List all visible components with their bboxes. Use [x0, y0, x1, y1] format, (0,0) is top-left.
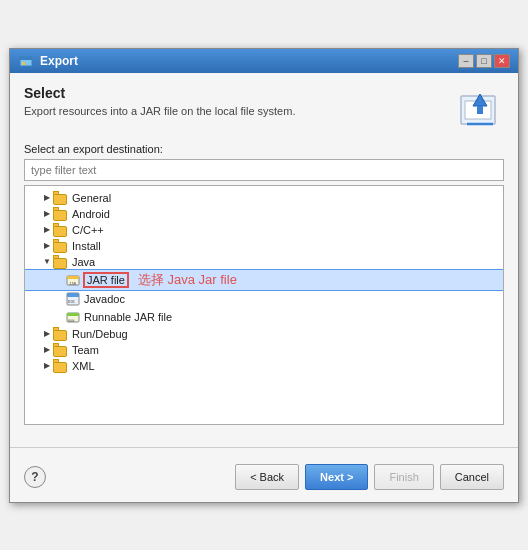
folder-icon-team [53, 343, 69, 357]
tree-label-team: Team [72, 344, 99, 356]
tree-item-general[interactable]: ▶ General [25, 190, 503, 206]
tree-label-android: Android [72, 208, 110, 220]
svg-rect-6 [477, 106, 483, 114]
cancel-button[interactable]: Cancel [440, 464, 504, 490]
filter-input[interactable] [24, 159, 504, 181]
tree-arrow-xml: ▶ [41, 360, 53, 372]
folder-icon-cpp [53, 223, 69, 237]
next-button[interactable]: Next > [305, 464, 368, 490]
svg-rect-9 [67, 276, 79, 279]
tree-arrow-team: ▶ [41, 344, 53, 356]
help-button[interactable]: ? [24, 466, 46, 488]
jar-file-icon: JAR [65, 272, 81, 288]
tree-arrow-cpp: ▶ [41, 224, 53, 236]
folder-icon-install [53, 239, 69, 253]
tree-item-java[interactable]: ▼ Java [25, 254, 503, 270]
tree-container[interactable]: ▶ General ▶ Android ▶ [24, 185, 504, 425]
tree-label-xml: XML [72, 360, 95, 372]
runnable-jar-icon: RUN [65, 309, 81, 325]
tree-arrow-java: ▼ [41, 256, 53, 268]
svg-rect-2 [22, 62, 25, 65]
annotation-text: 选择 Java Jar file [138, 271, 237, 289]
tree-label-jar-file: JAR file [84, 273, 128, 287]
tree-item-run-debug[interactable]: ▶ Run/Debug [25, 326, 503, 342]
tree-arrow-jar [57, 274, 65, 286]
tree-label-java: Java [72, 256, 95, 268]
finish-button[interactable]: Finish [374, 464, 433, 490]
svg-text:DOC: DOC [68, 299, 76, 304]
tree-label-javadoc: Javadoc [84, 293, 125, 305]
folder-icon-general [53, 191, 69, 205]
tree-arrow-android: ▶ [41, 208, 53, 220]
window-controls: – □ ✕ [458, 54, 510, 68]
folder-icon-java [53, 255, 69, 269]
folder-icon-xml [53, 359, 69, 373]
back-button[interactable]: < Back [235, 464, 299, 490]
main-content: Select Export resources into a JAR file … [10, 73, 518, 437]
tree-label-cpp: C/C++ [72, 224, 104, 236]
export-icon [456, 85, 504, 133]
svg-rect-1 [20, 57, 32, 60]
maximize-button[interactable]: □ [476, 54, 492, 68]
tree-label-run-debug: Run/Debug [72, 328, 128, 340]
tree-item-javadoc[interactable]: DOC Javadoc [25, 290, 503, 308]
tree-label-install: Install [72, 240, 101, 252]
tree-item-team[interactable]: ▶ Team [25, 342, 503, 358]
tree-label-runnable-jar: Runnable JAR file [84, 311, 172, 323]
window-title: Export [40, 54, 458, 68]
tree-arrow-install: ▶ [41, 240, 53, 252]
tree-arrow-javadoc [57, 293, 65, 305]
header-text: Select Export resources into a JAR file … [24, 85, 446, 117]
export-dialog: Export – □ ✕ Select Export resources int… [9, 48, 519, 503]
header-section: Select Export resources into a JAR file … [24, 85, 504, 133]
tree-item-xml[interactable]: ▶ XML [25, 358, 503, 374]
section-label: Select an export destination: [24, 143, 504, 155]
window-icon [18, 53, 34, 69]
tree-arrow-runnable [57, 311, 65, 323]
tree-item-android[interactable]: ▶ Android [25, 206, 503, 222]
javadoc-icon: DOC [65, 291, 81, 307]
export-svg-icon [459, 88, 501, 130]
tree-label-general: General [72, 192, 111, 204]
svg-rect-12 [67, 293, 79, 297]
footer-divider [10, 447, 518, 448]
tree-item-install[interactable]: ▶ Install [25, 238, 503, 254]
dialog-title: Select [24, 85, 446, 101]
folder-icon-android [53, 207, 69, 221]
svg-text:JAR: JAR [69, 281, 77, 286]
footer: ? < Back Next > Finish Cancel [10, 456, 518, 502]
folder-icon-run-debug [53, 327, 69, 341]
tree-arrow-general: ▶ [41, 192, 53, 204]
dialog-description: Export resources into a JAR file on the … [24, 105, 446, 117]
tree-item-cpp[interactable]: ▶ C/C++ [25, 222, 503, 238]
title-bar: Export – □ ✕ [10, 49, 518, 73]
svg-rect-15 [67, 313, 79, 316]
tree-arrow-run-debug: ▶ [41, 328, 53, 340]
minimize-button[interactable]: – [458, 54, 474, 68]
svg-text:RUN: RUN [68, 319, 74, 323]
tree-item-jar-file[interactable]: JAR JAR file 选择 Java Jar file [25, 270, 503, 290]
tree-item-runnable-jar[interactable]: RUN Runnable JAR file [25, 308, 503, 326]
footer-buttons: < Back Next > Finish Cancel [235, 464, 504, 490]
close-button[interactable]: ✕ [494, 54, 510, 68]
